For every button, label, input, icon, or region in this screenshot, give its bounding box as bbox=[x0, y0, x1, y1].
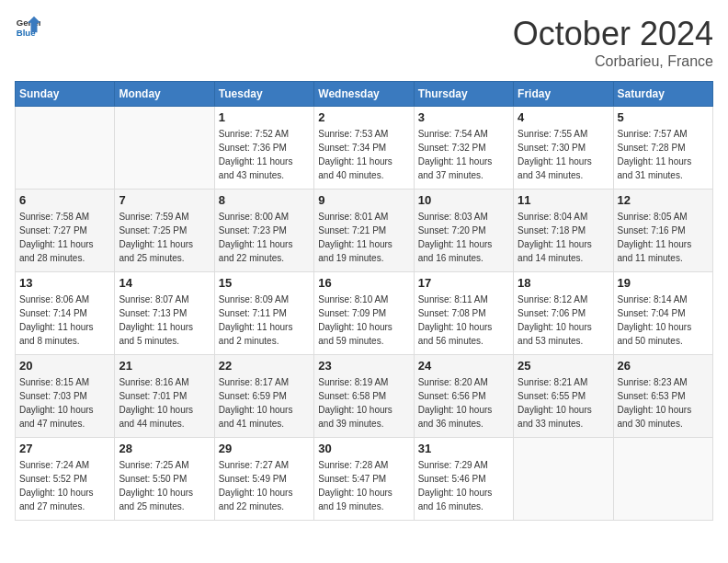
day-info: Sunrise: 8:04 AMSunset: 7:18 PMDaylight:… bbox=[518, 210, 609, 265]
day-info: Sunrise: 7:24 AMSunset: 5:52 PMDaylight:… bbox=[19, 458, 110, 513]
day-info: Sunrise: 8:23 AMSunset: 6:53 PMDaylight:… bbox=[618, 375, 709, 431]
day-info: Sunrise: 8:09 AMSunset: 7:11 PMDaylight:… bbox=[219, 293, 310, 348]
day-info: Sunrise: 8:16 AMSunset: 7:01 PMDaylight:… bbox=[119, 375, 210, 431]
day-cell bbox=[16, 107, 115, 190]
day-cell: 7Sunrise: 7:59 AMSunset: 7:25 PMDaylight… bbox=[115, 190, 214, 272]
day-cell: 26Sunrise: 8:23 AMSunset: 6:53 PMDayligh… bbox=[613, 355, 712, 438]
day-info: Sunrise: 7:27 AMSunset: 5:49 PMDaylight:… bbox=[219, 458, 310, 513]
title-section: October 2024 Corbarieu, France bbox=[513, 15, 713, 70]
day-number: 11 bbox=[518, 193, 609, 207]
day-info: Sunrise: 8:07 AMSunset: 7:13 PMDaylight:… bbox=[119, 293, 210, 348]
week-row-3: 13Sunrise: 8:06 AMSunset: 7:14 PMDayligh… bbox=[16, 272, 713, 355]
day-info: Sunrise: 8:17 AMSunset: 6:59 PMDaylight:… bbox=[219, 375, 310, 431]
day-cell: 22Sunrise: 8:17 AMSunset: 6:59 PMDayligh… bbox=[214, 355, 313, 438]
day-number: 26 bbox=[618, 359, 709, 373]
day-info: Sunrise: 8:06 AMSunset: 7:14 PMDaylight:… bbox=[19, 293, 110, 348]
day-number: 5 bbox=[618, 110, 709, 124]
day-number: 17 bbox=[418, 276, 509, 290]
day-info: Sunrise: 8:15 AMSunset: 7:03 PMDaylight:… bbox=[19, 375, 110, 431]
weekday-header-friday: Friday bbox=[514, 82, 613, 107]
day-info: Sunrise: 7:53 AMSunset: 7:34 PMDaylight:… bbox=[318, 127, 409, 182]
day-cell: 27Sunrise: 7:24 AMSunset: 5:52 PMDayligh… bbox=[16, 438, 115, 521]
day-number: 31 bbox=[418, 442, 509, 455]
day-cell bbox=[613, 438, 712, 521]
day-number: 22 bbox=[219, 359, 310, 373]
weekday-header-sunday: Sunday bbox=[16, 82, 115, 107]
day-cell bbox=[514, 438, 613, 521]
day-cell: 25Sunrise: 8:21 AMSunset: 6:55 PMDayligh… bbox=[514, 355, 613, 438]
day-info: Sunrise: 8:21 AMSunset: 6:55 PMDaylight:… bbox=[518, 375, 609, 431]
day-cell: 17Sunrise: 8:11 AMSunset: 7:08 PMDayligh… bbox=[414, 272, 513, 355]
day-cell: 28Sunrise: 7:25 AMSunset: 5:50 PMDayligh… bbox=[115, 438, 214, 521]
day-cell: 6Sunrise: 7:58 AMSunset: 7:27 PMDaylight… bbox=[16, 190, 115, 272]
weekday-header-thursday: Thursday bbox=[414, 82, 513, 107]
weekday-header-monday: Monday bbox=[115, 82, 214, 107]
calendar-table: SundayMondayTuesdayWednesdayThursdayFrid… bbox=[15, 81, 713, 521]
day-number: 9 bbox=[318, 193, 409, 207]
day-cell: 11Sunrise: 8:04 AMSunset: 7:18 PMDayligh… bbox=[514, 190, 613, 272]
day-info: Sunrise: 7:57 AMSunset: 7:28 PMDaylight:… bbox=[618, 127, 709, 182]
week-row-4: 20Sunrise: 8:15 AMSunset: 7:03 PMDayligh… bbox=[16, 355, 713, 438]
weekday-header-row: SundayMondayTuesdayWednesdayThursdayFrid… bbox=[16, 82, 713, 107]
day-cell: 4Sunrise: 7:55 AMSunset: 7:30 PMDaylight… bbox=[514, 107, 613, 190]
day-number: 20 bbox=[19, 359, 110, 373]
day-cell: 3Sunrise: 7:54 AMSunset: 7:32 PMDaylight… bbox=[414, 107, 513, 190]
day-number: 4 bbox=[518, 110, 609, 124]
day-number: 2 bbox=[318, 110, 409, 124]
day-number: 8 bbox=[219, 193, 310, 207]
day-cell: 13Sunrise: 8:06 AMSunset: 7:14 PMDayligh… bbox=[16, 272, 115, 355]
day-cell: 31Sunrise: 7:29 AMSunset: 5:46 PMDayligh… bbox=[414, 438, 513, 521]
week-row-2: 6Sunrise: 7:58 AMSunset: 7:27 PMDaylight… bbox=[16, 190, 713, 272]
day-info: Sunrise: 7:59 AMSunset: 7:25 PMDaylight:… bbox=[119, 210, 210, 265]
day-cell: 5Sunrise: 7:57 AMSunset: 7:28 PMDaylight… bbox=[613, 107, 712, 190]
day-info: Sunrise: 8:20 AMSunset: 6:56 PMDaylight:… bbox=[418, 375, 509, 431]
day-info: Sunrise: 8:14 AMSunset: 7:04 PMDaylight:… bbox=[618, 293, 709, 348]
day-number: 7 bbox=[119, 193, 210, 207]
day-info: Sunrise: 8:03 AMSunset: 7:20 PMDaylight:… bbox=[418, 210, 509, 265]
weekday-header-wednesday: Wednesday bbox=[314, 82, 414, 107]
day-number: 15 bbox=[219, 276, 310, 290]
day-cell: 24Sunrise: 8:20 AMSunset: 6:56 PMDayligh… bbox=[414, 355, 513, 438]
day-number: 16 bbox=[318, 276, 409, 290]
day-cell bbox=[115, 107, 214, 190]
day-cell: 20Sunrise: 8:15 AMSunset: 7:03 PMDayligh… bbox=[16, 355, 115, 438]
day-number: 29 bbox=[219, 442, 310, 455]
day-cell: 30Sunrise: 7:28 AMSunset: 5:47 PMDayligh… bbox=[314, 438, 414, 521]
day-number: 1 bbox=[219, 110, 310, 124]
day-cell: 18Sunrise: 8:12 AMSunset: 7:06 PMDayligh… bbox=[514, 272, 613, 355]
day-number: 10 bbox=[418, 193, 509, 207]
day-cell: 8Sunrise: 8:00 AMSunset: 7:23 PMDaylight… bbox=[214, 190, 313, 272]
day-info: Sunrise: 7:55 AMSunset: 7:30 PMDaylight:… bbox=[518, 127, 609, 182]
week-row-5: 27Sunrise: 7:24 AMSunset: 5:52 PMDayligh… bbox=[16, 438, 713, 521]
day-cell: 23Sunrise: 8:19 AMSunset: 6:58 PMDayligh… bbox=[314, 355, 414, 438]
day-info: Sunrise: 8:12 AMSunset: 7:06 PMDaylight:… bbox=[518, 293, 609, 348]
day-cell: 29Sunrise: 7:27 AMSunset: 5:49 PMDayligh… bbox=[214, 438, 313, 521]
day-info: Sunrise: 7:29 AMSunset: 5:46 PMDaylight:… bbox=[418, 458, 509, 513]
day-number: 30 bbox=[318, 442, 409, 455]
weekday-header-tuesday: Tuesday bbox=[214, 82, 313, 107]
day-number: 12 bbox=[618, 193, 709, 207]
day-info: Sunrise: 7:54 AMSunset: 7:32 PMDaylight:… bbox=[418, 127, 509, 182]
day-number: 27 bbox=[19, 442, 110, 455]
day-info: Sunrise: 8:01 AMSunset: 7:21 PMDaylight:… bbox=[318, 210, 409, 265]
day-cell: 2Sunrise: 7:53 AMSunset: 7:34 PMDaylight… bbox=[314, 107, 414, 190]
day-info: Sunrise: 8:00 AMSunset: 7:23 PMDaylight:… bbox=[219, 210, 310, 265]
day-number: 13 bbox=[19, 276, 110, 290]
day-cell: 14Sunrise: 8:07 AMSunset: 7:13 PMDayligh… bbox=[115, 272, 214, 355]
day-info: Sunrise: 7:58 AMSunset: 7:27 PMDaylight:… bbox=[19, 210, 110, 265]
day-info: Sunrise: 7:52 AMSunset: 7:36 PMDaylight:… bbox=[219, 127, 310, 182]
day-cell: 10Sunrise: 8:03 AMSunset: 7:20 PMDayligh… bbox=[414, 190, 513, 272]
day-info: Sunrise: 8:11 AMSunset: 7:08 PMDaylight:… bbox=[418, 293, 509, 348]
logo-icon: General Blue bbox=[15, 15, 40, 40]
day-number: 14 bbox=[119, 276, 210, 290]
day-cell: 12Sunrise: 8:05 AMSunset: 7:16 PMDayligh… bbox=[613, 190, 712, 272]
day-number: 24 bbox=[418, 359, 509, 373]
day-info: Sunrise: 7:28 AMSunset: 5:47 PMDaylight:… bbox=[318, 458, 409, 513]
weekday-header-saturday: Saturday bbox=[613, 82, 712, 107]
day-cell: 21Sunrise: 8:16 AMSunset: 7:01 PMDayligh… bbox=[115, 355, 214, 438]
week-row-1: 1Sunrise: 7:52 AMSunset: 7:36 PMDaylight… bbox=[16, 107, 713, 190]
day-cell: 19Sunrise: 8:14 AMSunset: 7:04 PMDayligh… bbox=[613, 272, 712, 355]
day-number: 18 bbox=[518, 276, 609, 290]
day-cell: 15Sunrise: 8:09 AMSunset: 7:11 PMDayligh… bbox=[214, 272, 313, 355]
day-cell: 16Sunrise: 8:10 AMSunset: 7:09 PMDayligh… bbox=[314, 272, 414, 355]
